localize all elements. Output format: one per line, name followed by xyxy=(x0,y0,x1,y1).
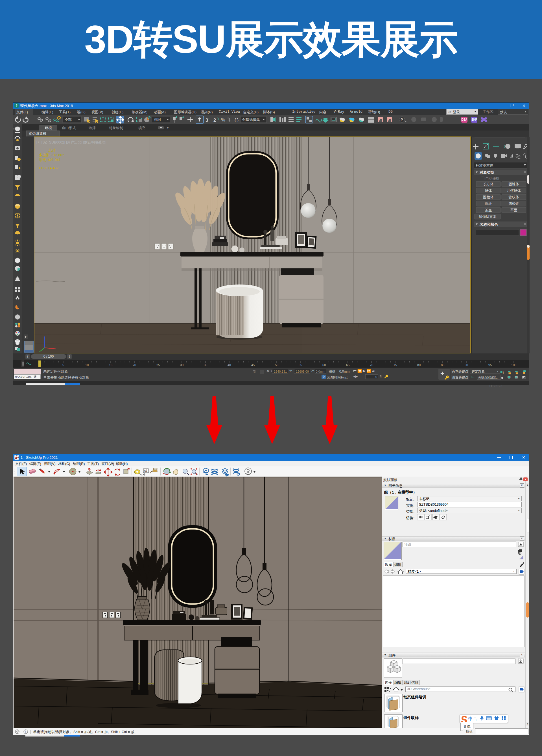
svg-text:15: 15 xyxy=(109,363,112,367)
svg-text:45: 45 xyxy=(251,363,255,367)
svg-text:60: 60 xyxy=(322,363,326,367)
svg-text:65: 65 xyxy=(346,363,349,367)
svg-text:顶点: 421,941: 顶点: 421,941 xyxy=(39,158,61,162)
svg-text:40: 40 xyxy=(228,363,231,367)
svg-text:20: 20 xyxy=(133,363,136,367)
svg-text:加强型文本: 加强型文本 xyxy=(479,215,497,219)
svg-text:80: 80 xyxy=(417,363,421,367)
svg-text:自动栅格: 自动栅格 xyxy=(485,177,499,181)
svg-text:视图: 视图 xyxy=(154,118,161,122)
svg-text:全部: 全部 xyxy=(65,118,72,122)
svg-text:圆环: 圆环 xyxy=(485,202,492,206)
svg-text:95: 95 xyxy=(488,363,492,367)
svg-text:创建选择集: 创建选择集 xyxy=(242,118,260,122)
svg-text:FPS: 14.432: FPS: 14.432 xyxy=(39,166,59,170)
svg-text:SKP: SKP xyxy=(471,118,477,121)
svg-text:对象类型: 对象类型 xyxy=(479,170,494,175)
svg-text:长方体: 长方体 xyxy=(483,182,494,186)
svg-text:[+] [SZTSDB0002] [用户定义] [默认明暗处: [+] [SZTSDB0002] [用户定义] [默认明暗处理] xyxy=(36,140,106,144)
svg-text:多边形: 313,802: 多边形: 313,802 xyxy=(39,153,64,157)
svg-text:管状体: 管状体 xyxy=(508,195,519,199)
svg-text:P: P xyxy=(400,118,403,122)
svg-text:55: 55 xyxy=(299,363,302,367)
svg-text:50: 50 xyxy=(275,363,278,367)
svg-text:35: 35 xyxy=(204,363,207,367)
svg-text:70: 70 xyxy=(370,363,373,367)
svg-text:10: 10 xyxy=(85,363,89,367)
svg-text:75: 75 xyxy=(393,363,397,367)
svg-text:圆锥体: 圆锥体 xyxy=(508,182,519,186)
svg-text:30: 30 xyxy=(180,363,184,367)
svg-text:5: 5 xyxy=(62,363,64,367)
svg-text:3: 3 xyxy=(206,118,208,123)
svg-text:四棱锥: 四棱锥 xyxy=(508,202,519,206)
svg-text:25: 25 xyxy=(156,363,160,367)
svg-text:85: 85 xyxy=(441,363,444,367)
svg-text:0: 0 xyxy=(39,363,40,367)
svg-text:{}: {} xyxy=(234,118,239,123)
svg-text:平面: 平面 xyxy=(510,208,517,212)
svg-text:90: 90 xyxy=(465,363,468,367)
svg-text:球体: 球体 xyxy=(485,189,492,193)
svg-text:%: % xyxy=(221,118,225,122)
svg-text:ʹ,: ʹ, xyxy=(474,716,476,721)
svg-text:i: i xyxy=(25,730,26,733)
svg-text:⌐: ⌐ xyxy=(209,117,210,120)
svg-text:茶壶: 茶壶 xyxy=(485,208,492,212)
svg-text:I: I xyxy=(503,371,504,375)
svg-text:总计: 总计 xyxy=(48,148,56,152)
svg-text:2: 2 xyxy=(214,118,216,123)
svg-text:中: 中 xyxy=(468,716,473,721)
svg-text:DSA: DSA xyxy=(461,118,467,121)
svg-text:名称和颜色: 名称和颜色 xyxy=(479,222,498,227)
svg-text:100: 100 xyxy=(511,363,516,367)
svg-text:标准基本体: 标准基本体 xyxy=(476,164,493,168)
svg-text:圆柱体: 圆柱体 xyxy=(483,195,494,199)
svg-text:几何球体: 几何球体 xyxy=(507,189,521,193)
svg-text:A1: A1 xyxy=(144,469,148,472)
